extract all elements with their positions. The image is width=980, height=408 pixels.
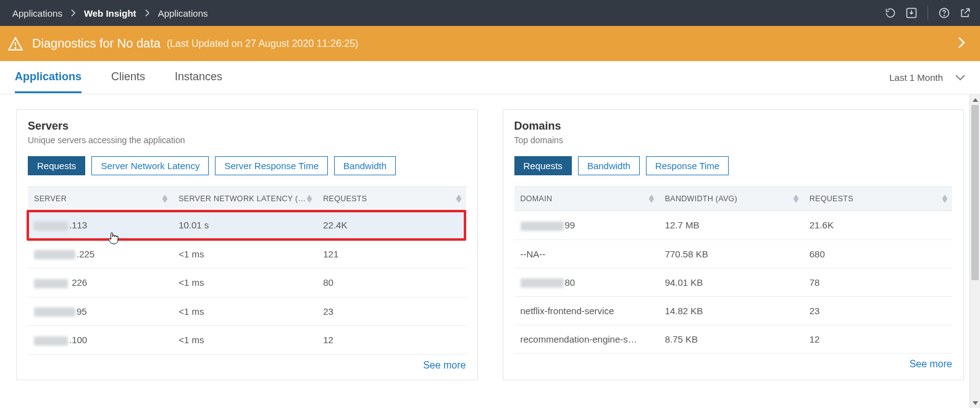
col-requests-label: REQUESTS [810,194,853,203]
domains-btn-response[interactable]: Response Time [646,156,729,175]
help-icon[interactable] [938,7,950,19]
panels-container: Servers Unique servers accessing the app… [0,94,980,380]
refresh-icon[interactable] [884,7,897,19]
domains-btn-requests[interactable]: Requests [514,156,572,175]
bandwidth-cell: 770.58 KB [659,239,803,268]
scroll-thumb[interactable] [971,105,979,280]
table-row[interactable]: xxxxxxxxx9912.7 MB21.6K [514,211,953,240]
banner-title: Diagnostics for No data [32,36,161,51]
table-row[interactable]: recommendation-engine-s…8.75 KB12 [514,325,953,354]
bandwidth-cell: 12.7 MB [659,211,803,240]
latency-cell: <1 ms [172,239,317,269]
time-range-label: Last 1 Month [889,72,943,83]
servers-btn-bandwidth[interactable]: Bandwidth [334,156,396,175]
sort-icon[interactable] [162,195,167,202]
redacted-text: xxxxxxxxx [521,222,564,231]
latency-cell: <1 ms [172,269,317,298]
bandwidth-cell: 94.01 KB [659,268,803,297]
col-bandwidth-label: BANDWIDTH (AVG) [665,194,737,203]
servers-see-more: See more [28,360,466,371]
domains-see-more: See more [514,359,953,370]
tab-instances[interactable]: Instances [175,62,222,93]
servers-btn-requests[interactable]: Requests [28,156,85,175]
col-latency[interactable]: SERVER NETWORK LATENCY (… [172,187,317,211]
sort-icon[interactable] [794,195,798,202]
table-row[interactable]: xxxxxxxxx8094.01 KB78 [514,268,953,297]
domains-subtitle: Top domains [514,135,953,145]
sort-icon[interactable] [942,195,947,202]
domains-table: DOMAIN BANDWIDTH (AVG) REQUESTS xxxxxxxx… [514,186,953,354]
table-row[interactable]: netflix-frontend-service14.82 KB23 [514,297,953,325]
domain-cell: xxxxxxxxx80 [514,268,659,297]
servers-btn-response[interactable]: Server Response Time [215,156,328,175]
bandwidth-cell: 8.75 KB [659,325,803,354]
server-cell: xxxxxxx.225 [28,239,172,269]
time-range-dropdown[interactable]: Last 1 Month [889,72,965,83]
tab-applications[interactable]: Applications [15,62,82,93]
table-row[interactable]: xxxxxxx 226<1 ms80 [28,269,466,298]
col-requests[interactable]: REQUESTS [803,187,952,211]
sort-icon[interactable] [456,195,461,202]
requests-cell: 78 [803,268,952,297]
latency-cell: <1 ms [172,326,317,355]
warning-icon [7,36,23,52]
server-cell: xxxxxxx.100 [28,326,172,355]
top-bar: Applications Web Insight Applications [0,0,980,26]
domains-see-more-link[interactable]: See more [910,359,952,369]
scroll-up-button[interactable] [970,94,980,105]
requests-cell: 12 [803,325,952,354]
scroll-down-button[interactable] [970,398,980,408]
svg-point-2 [944,15,945,16]
latency-cell: <1 ms [172,297,317,326]
breadcrumb-item-applications[interactable]: Applications [12,8,62,19]
redacted-text: xxxxxxx [34,279,68,288]
redacted-text: xxxxxxx [34,222,68,231]
requests-cell: 21.6K [803,211,952,240]
divider [928,6,928,20]
col-domain-label: DOMAIN [521,194,553,203]
table-row[interactable]: xxxxxxx95<1 ms23 [28,297,466,326]
breadcrumb-item-applications-2[interactable]: Applications [158,8,208,19]
banner-subtitle: (Last Updated on 27 August 2020 11:26:25… [167,38,358,49]
diagnostics-banner[interactable]: Diagnostics for No data (Last Updated on… [0,26,980,61]
requests-cell: 12 [317,326,466,355]
scroll-track[interactable] [970,105,980,398]
servers-heading: Servers [28,120,466,133]
servers-see-more-link[interactable]: See more [423,360,466,370]
table-row[interactable]: xxxxxxx.225<1 ms121 [28,239,466,269]
requests-cell: 680 [803,239,952,268]
server-cell: xxxxxxx 226 [28,269,172,298]
servers-table: SERVER SERVER NETWORK LATENCY (… REQUEST… [28,186,466,355]
latency-cell: 10.01 s [172,211,317,240]
domain-cell: netflix-frontend-service [514,297,659,325]
requests-cell: 23 [317,297,466,326]
requests-cell: 80 [317,269,466,298]
banner-expand-icon[interactable] [958,36,965,51]
redacted-text: xxxxxxx [34,307,75,317]
domain-cell: --NA-- [514,239,659,268]
servers-panel: Servers Unique servers accessing the app… [16,109,478,380]
sort-icon[interactable] [649,195,654,202]
redacted-text: xxxxxxx [34,250,75,259]
requests-cell: 121 [317,239,466,269]
bandwidth-cell: 14.82 KB [659,297,803,325]
domains-btn-bandwidth[interactable]: Bandwidth [578,156,640,175]
external-link-icon[interactable] [959,7,971,19]
col-server-label: SERVER [34,194,67,203]
tab-clients[interactable]: Clients [111,62,145,93]
vertical-scrollbar[interactable] [970,94,980,408]
server-cell: xxxxxxx95 [28,297,172,326]
col-requests[interactable]: REQUESTS [317,187,466,211]
servers-btn-latency[interactable]: Server Network Latency [91,156,209,175]
table-row[interactable]: --NA--770.58 KB680 [514,239,953,268]
domains-heading: Domains [514,120,953,133]
col-bandwidth[interactable]: BANDWIDTH (AVG) [659,187,803,211]
breadcrumb-item-web-insight[interactable]: Web Insight [84,8,136,19]
table-row[interactable]: xxxxxxx.11310.01 s22.4K [28,211,466,240]
requests-cell: 22.4K [317,211,466,240]
col-server[interactable]: SERVER [28,187,172,211]
import-icon[interactable] [905,7,918,19]
table-row[interactable]: xxxxxxx.100<1 ms12 [28,326,466,355]
col-domain[interactable]: DOMAIN [514,187,659,211]
sort-icon[interactable] [307,195,312,202]
